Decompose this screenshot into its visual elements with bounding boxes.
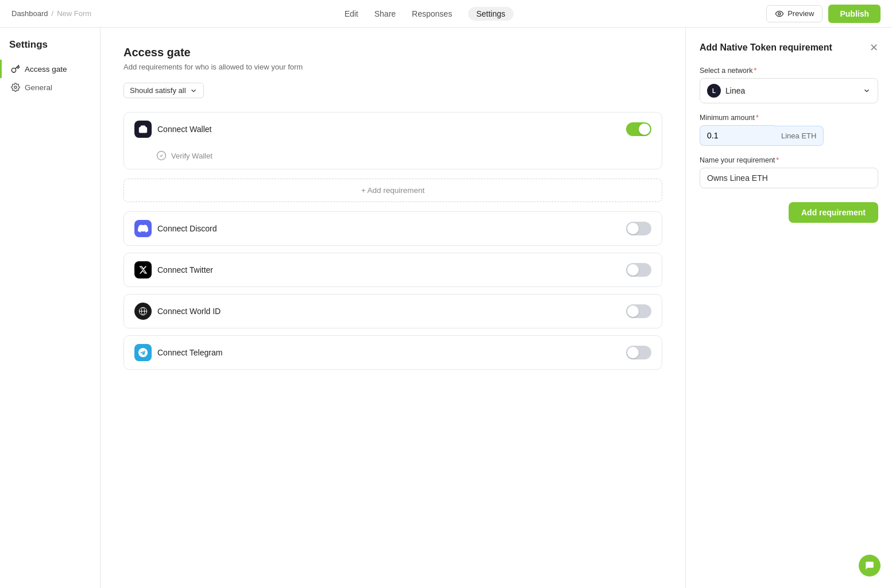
connect-telegram-label: Connect Telegram [157,348,222,357]
svg-point-4 [144,129,145,130]
connect-twitter-toggle[interactable] [626,263,651,277]
connect-discord-row: Connect Discord [123,211,662,246]
top-navigation: Dashboard / New Form Edit Share Response… [0,0,892,28]
nav-share[interactable]: Share [374,7,396,21]
worldid-icon [134,303,152,320]
sidebar-label-general: General [25,83,52,92]
discord-icon [134,220,152,237]
add-requirement-button[interactable]: + Add requirement [123,179,662,202]
breadcrumb-separator: / [52,9,54,18]
amount-label: Minimum amount* [700,114,878,122]
telegram-icon [134,344,152,361]
chevron-down-icon [190,87,198,95]
svg-point-0 [778,13,781,15]
network-select[interactable]: L Linea [700,78,878,103]
connect-twitter-row: Connect Twitter [123,253,662,287]
connect-wallet-toggle[interactable] [626,122,651,136]
name-label: Name your requirement* [700,156,878,164]
amount-row: Linea ETH [700,125,878,146]
connect-worldid-row: Connect World ID [123,294,662,328]
connect-wallet-card: Connect Wallet Verify Wallet [123,112,662,169]
nav-responses[interactable]: Responses [412,7,452,21]
wallet-icon [134,121,152,138]
sidebar-item-access-gate[interactable]: Access gate [0,60,100,78]
connect-worldid-toggle[interactable] [626,304,651,318]
connect-telegram-row: Connect Telegram [123,335,662,370]
sidebar: Settings Access gate General [0,28,101,588]
nav-center: Edit Share Responses Settings [91,7,766,21]
key-icon [11,64,20,74]
preview-button[interactable]: Preview [766,5,823,22]
page-title: Access gate [123,46,662,59]
right-panel: Add Native Token requirement ✕ Select a … [685,28,892,588]
chat-bubble[interactable] [859,555,881,577]
amount-input[interactable] [700,125,774,146]
network-name: Linea [725,86,745,95]
name-input[interactable] [700,168,878,188]
satisfy-dropdown[interactable]: Should satisfy all [123,83,204,98]
verify-wallet-label: Verify Wallet [171,152,213,160]
svg-point-1 [11,68,16,72]
network-label: Select a network* [700,67,878,75]
panel-header: Add Native Token requirement ✕ [700,41,878,54]
main-content: Access gate Add requirements for who is … [101,28,685,588]
linea-icon: L [707,84,721,98]
breadcrumb-current: New Form [57,9,91,18]
network-chevron-icon [863,87,871,95]
connect-wallet-label: Connect Wallet [157,125,211,134]
add-requirement-panel-button[interactable]: Add requirement [789,202,878,223]
twitter-icon [134,261,152,278]
publish-button[interactable]: Publish [828,5,881,23]
gear-icon [11,83,20,92]
close-panel-button[interactable]: ✕ [870,41,878,54]
connect-discord-label: Connect Discord [157,224,217,233]
breadcrumb: Dashboard / New Form [11,9,91,18]
page-subtitle: Add requirements for who is allowed to v… [123,63,662,71]
check-circle-icon [156,150,167,161]
svg-point-2 [14,86,17,88]
sidebar-label-access-gate: Access gate [25,65,67,74]
connect-discord-toggle[interactable] [626,222,651,235]
sidebar-item-general[interactable]: General [0,78,100,96]
chat-icon [864,560,875,571]
panel-title: Add Native Token requirement [700,42,832,53]
sidebar-title: Settings [0,39,100,60]
connect-worldid-label: Connect World ID [157,307,221,316]
app-body: Settings Access gate General Access gate… [0,28,892,588]
nav-edit[interactable]: Edit [345,7,358,21]
amount-unit: Linea ETH [774,126,824,146]
connect-twitter-label: Connect Twitter [157,265,213,274]
connect-telegram-toggle[interactable] [626,346,651,359]
eye-icon [775,9,784,18]
nav-right: Preview Publish [766,5,881,23]
dashboard-link[interactable]: Dashboard [11,9,48,18]
nav-settings[interactable]: Settings [468,7,513,21]
verify-wallet-row: Verify Wallet [124,146,662,169]
